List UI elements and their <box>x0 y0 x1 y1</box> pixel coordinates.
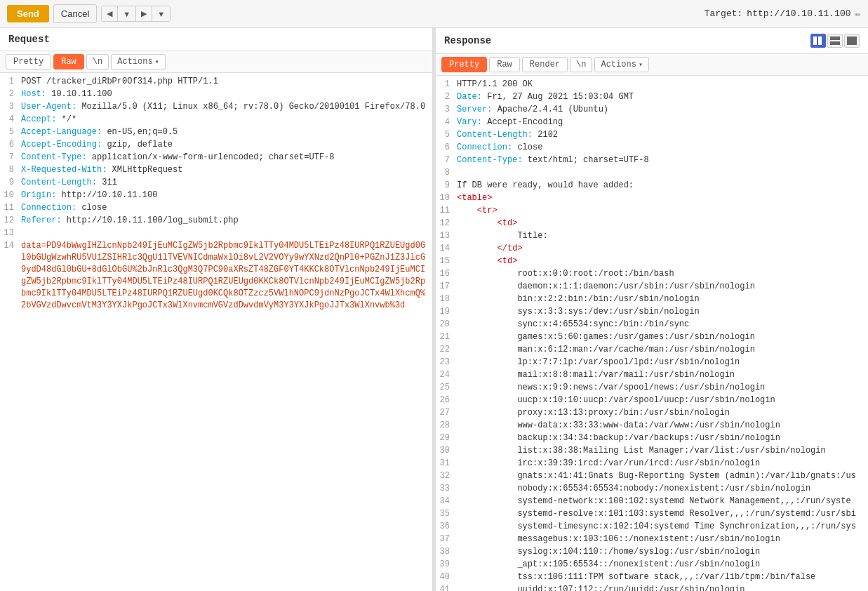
response-panel-header: Response <box>436 28 868 54</box>
target-url: http://10.10.11.100 <box>747 8 850 19</box>
line-number: 33 <box>436 483 457 493</box>
line-number: 9 <box>0 177 21 187</box>
response-title-row: Response <box>444 34 860 48</box>
line-content: messagebus:x:103:106::/nonexistent:/usr/… <box>457 533 868 545</box>
line-content: man:x:6:12:man:/var/cache/man:/usr/sbin/… <box>457 344 868 356</box>
send-button[interactable]: Send <box>7 5 49 22</box>
line-number: 9 <box>436 180 457 190</box>
view-toggle-single[interactable] <box>844 34 860 48</box>
line-content: Referer: http://10.10.11.100/log_submit.… <box>21 215 432 227</box>
line-content: bin:x:2:2:bin:/bin:/usr/sbin/nologin <box>457 293 868 305</box>
table-row: 22 man:x:6:12:man:/var/cache/man:/usr/sb… <box>436 344 868 357</box>
line-content: _apt:x:105:65534::/nonexistent:/usr/sbin… <box>457 559 868 571</box>
table-row: 23 lp:x:7:7:lp:/var/spool/lpd:/usr/sbin/… <box>436 357 868 369</box>
line-number: 24 <box>436 369 457 380</box>
tab-request-ln[interactable]: \n <box>86 54 109 69</box>
table-row: 28 www-data:x:33:33:www-data:/var/www:/u… <box>436 420 868 432</box>
edit-icon[interactable]: ✏ <box>855 8 861 20</box>
view-toggle-horizontal[interactable] <box>827 34 843 48</box>
line-content: HTTP/1.1 200 OK <box>457 79 868 91</box>
line-content: systemd-timesync:x:102:104:systemd Time … <box>457 521 868 533</box>
line-content: </td> <box>457 243 868 255</box>
line-content: tss:x:106:111:TPM software stack,,,:/var… <box>457 571 868 583</box>
line-content: Content-Length: 311 <box>21 177 432 189</box>
line-content: games:x:5:60:games:/usr/games:/usr/sbin/… <box>457 331 868 343</box>
line-number: 4 <box>436 117 457 127</box>
table-row: 21 games:x:5:60:games:/usr/games:/usr/sb… <box>436 331 868 344</box>
line-content: <tr> <box>457 205 868 217</box>
line-content: Server: Apache/2.4.41 (Ubuntu) <box>457 104 868 116</box>
tab-response-actions[interactable]: Actions <box>594 57 648 72</box>
line-number: 11 <box>0 202 21 213</box>
response-code-area[interactable]: 1HTTP/1.1 200 OK2Date: Fri, 27 Aug 2021 … <box>436 76 868 591</box>
line-number: 3 <box>0 101 21 112</box>
line-number: 34 <box>436 496 457 506</box>
table-row: 38 syslog:x:104:110::/home/syslog:/usr/s… <box>436 546 868 559</box>
line-number: 32 <box>436 470 457 481</box>
line-number: 29 <box>436 432 457 443</box>
line-number: 3 <box>436 104 457 114</box>
table-row: 7Content-Type: text/html; charset=UTF-8 <box>436 154 868 167</box>
line-content: <td> <box>457 218 868 230</box>
tab-response-raw[interactable]: Raw <box>489 57 520 72</box>
line-number: 41 <box>436 584 457 591</box>
line-number: 2 <box>0 88 21 99</box>
table-row: 20 sync:x:4:65534:sync:/bin:/bin/sync <box>436 319 868 331</box>
line-content: root:x:0:0:root:/root:/bin/bash <box>457 268 868 280</box>
nav-next-button[interactable]: ▶ <box>136 6 152 21</box>
line-number: 39 <box>436 559 457 569</box>
table-row: 3User-Agent: Mozilla/5.0 (X11; Linux x86… <box>0 101 432 114</box>
table-row: 9Content-Length: 311 <box>0 177 432 190</box>
table-row: 33 nobody:x:65534:65534:nobody:/nonexist… <box>436 483 868 496</box>
table-row: 17 daemon:x:1:1:daemon:/usr/sbin:/usr/sb… <box>436 281 868 293</box>
table-row: 41 uuidd:x:107:112::/run/uuidd:/usr/sbin… <box>436 584 868 591</box>
line-number: 4 <box>0 114 21 124</box>
tab-response-pretty[interactable]: Pretty <box>441 57 487 72</box>
request-code-area[interactable]: 1POST /tracker_diRbPr0Of314.php HTTP/1.1… <box>0 73 432 591</box>
line-content: list:x:38:38:Mailing List Manager:/var/l… <box>457 445 868 457</box>
svg-rect-4 <box>847 36 857 45</box>
line-number: 40 <box>436 571 457 582</box>
nav-next-dropdown-button[interactable]: ▼ <box>152 6 170 21</box>
table-row: 14data=PD94bWwgIHZlcnNpb249IjEuMCIgZW5jb… <box>0 240 432 312</box>
line-content: sync:x:4:65534:sync:/bin:/bin/sync <box>457 319 868 331</box>
tab-request-pretty[interactable]: Pretty <box>6 54 51 69</box>
table-row: 40 tss:x:106:111:TPM software stack,,,:/… <box>436 571 868 584</box>
cancel-button[interactable]: Cancel <box>53 4 97 23</box>
line-content: Content-Type: text/html; charset=UTF-8 <box>457 154 868 166</box>
line-content: irc:x:39:39:ircd:/var/run/ircd:/usr/sbin… <box>457 458 868 470</box>
table-row: 24 mail:x:8:8:mail:/var/mail:/usr/sbin/n… <box>436 369 868 382</box>
svg-rect-1 <box>818 36 822 45</box>
table-row: 12 <td> <box>436 218 868 230</box>
tab-request-actions[interactable]: Actions <box>111 54 165 69</box>
line-content: lp:x:7:7:lp:/var/spool/lpd:/usr/sbin/nol… <box>457 357 868 368</box>
tab-response-render[interactable]: Render <box>522 57 568 72</box>
view-toggle-split[interactable] <box>810 34 826 48</box>
table-row: 4Vary: Accept-Encoding <box>436 117 868 129</box>
table-row: 11 <tr> <box>436 205 868 218</box>
svg-rect-3 <box>830 41 840 45</box>
table-row: 37 messagebus:x:103:106::/nonexistent:/u… <box>436 533 868 546</box>
line-number: 35 <box>436 508 457 519</box>
line-content: news:x:9:9:news:/var/spool/news:/usr/sbi… <box>457 382 868 394</box>
nav-prev-button[interactable]: ◀ <box>102 6 118 21</box>
line-content: <td> <box>457 255 868 267</box>
toolbar-left: Send Cancel ◀ ▼ ▶ ▼ <box>7 4 171 23</box>
table-row: 13 <box>0 227 432 240</box>
line-content: If DB were ready, would have added: <box>457 180 868 192</box>
line-number: 38 <box>436 546 457 557</box>
line-content: systemd-network:x:100:102:systemd Networ… <box>457 496 868 507</box>
table-row: 10<table> <box>436 192 868 205</box>
line-content: User-Agent: Mozilla/5.0 (X11; Linux x86_… <box>21 101 432 113</box>
line-content: uucp:x:10:10:uucp:/var/spool/uucp:/usr/s… <box>457 394 868 406</box>
line-number: 22 <box>436 344 457 354</box>
nav-prev-dropdown-button[interactable]: ▼ <box>118 6 136 21</box>
line-number: 10 <box>436 192 457 203</box>
tab-request-raw[interactable]: Raw <box>53 54 84 69</box>
svg-rect-0 <box>813 36 817 45</box>
line-number: 6 <box>0 139 21 150</box>
line-content: data=PD94bWwgIHZlcnNpb249IjEuMCIgZW5jb2R… <box>21 240 432 312</box>
table-row: 19 sys:x:3:3:sys:/dev:/usr/sbin/nologin <box>436 306 868 319</box>
line-number: 25 <box>436 382 457 392</box>
tab-response-ln[interactable]: \n <box>570 57 592 72</box>
